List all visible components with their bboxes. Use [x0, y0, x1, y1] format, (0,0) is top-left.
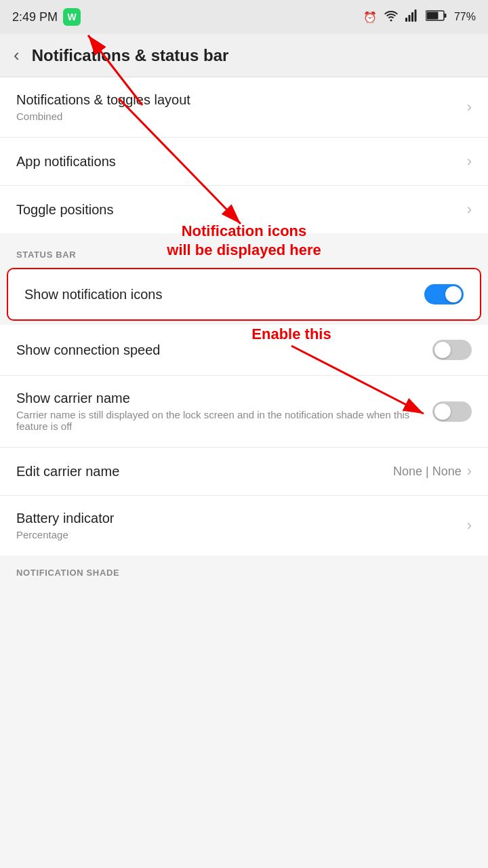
list-item-toggle-positions[interactable]: Toggle positions › — [0, 186, 488, 233]
chevron-icon: › — [467, 201, 472, 218]
list-item-content: Edit carrier name — [16, 464, 393, 479]
page-title: Notifications & status bar — [32, 46, 229, 65]
time-label: 2:49 PM — [12, 10, 58, 24]
svg-rect-0 — [405, 18, 407, 22]
show-connection-speed-title: Show connection speed — [16, 342, 432, 358]
chevron-icon: › — [467, 98, 472, 116]
signal-icon — [405, 9, 419, 24]
svg-rect-5 — [426, 12, 438, 20]
wifi-icon — [384, 9, 399, 24]
show-notification-icons-toggle[interactable] — [424, 284, 464, 304]
status-bar-right: ⏰ — [363, 9, 476, 24]
svg-rect-1 — [408, 15, 410, 22]
whatsapp-icon: W — [63, 8, 81, 26]
back-button[interactable]: ‹ — [14, 45, 20, 66]
list-item-content: Toggle positions — [16, 202, 467, 218]
toggle-knob — [445, 286, 462, 302]
list-item-notifications-toggles[interactable]: Notifications & toggles layout Combined … — [0, 77, 488, 138]
svg-rect-3 — [414, 9, 416, 22]
show-connection-speed-toggle[interactable] — [432, 340, 472, 360]
chevron-icon: › — [467, 153, 472, 170]
app-notifications-title: App notifications — [16, 154, 467, 170]
show-carrier-name-title: Show carrier name — [16, 391, 432, 406]
battery-indicator-subtitle: Percentage — [16, 529, 467, 540]
list-item-show-notification-icons[interactable]: Show notification icons — [8, 269, 480, 319]
list-item-content: Notifications & toggles layout Combined — [16, 92, 467, 122]
list-item-show-carrier-name[interactable]: Show carrier name Carrier name is still … — [0, 376, 488, 448]
battery-percent: 77% — [454, 11, 476, 23]
svg-rect-2 — [411, 12, 413, 22]
edit-carrier-name-value: None | None — [393, 465, 462, 479]
list-item-content: App notifications — [16, 154, 467, 170]
list-item-battery-indicator[interactable]: Battery indicator Percentage › — [0, 496, 488, 555]
status-bar-left: 2:49 PM W — [12, 8, 81, 26]
toggle-positions-title: Toggle positions — [16, 202, 467, 218]
toggle-knob — [434, 403, 451, 420]
list-item-show-connection-speed[interactable]: Show connection speed — [0, 325, 488, 376]
status-bar: 2:49 PM W ⏰ — [0, 0, 488, 34]
battery-indicator-title: Battery indicator — [16, 511, 467, 526]
list-item-app-notifications[interactable]: App notifications › — [0, 138, 488, 186]
edit-carrier-name-title: Edit carrier name — [16, 464, 393, 479]
list-item-content: Show carrier name Carrier name is still … — [16, 391, 432, 432]
show-carrier-name-toggle[interactable] — [432, 401, 472, 422]
show-carrier-name-subtitle: Carrier name is still displayed on the l… — [16, 409, 432, 432]
list-item-edit-carrier-name[interactable]: Edit carrier name None | None › — [0, 448, 488, 496]
top-bar: ‹ Notifications & status bar — [0, 34, 488, 77]
status-bar-items: Show connection speed Show carrier name … — [0, 325, 488, 555]
show-notification-icons-title: Show notification icons — [24, 287, 424, 302]
list-item-content: Show connection speed — [16, 342, 432, 358]
notifications-toggles-subtitle: Combined — [16, 111, 467, 122]
list-item-content: Show notification icons — [24, 287, 424, 302]
chevron-icon: › — [467, 517, 472, 534]
status-bar-section: STATUS BAR Show notification icons Show … — [0, 239, 488, 555]
toggle-knob — [434, 342, 451, 358]
notification-shade-header: NOTIFICATION SHADE — [0, 555, 488, 585]
status-bar-header: STATUS BAR — [0, 239, 488, 264]
main-section: Notifications & toggles layout Combined … — [0, 77, 488, 233]
svg-rect-6 — [444, 14, 446, 18]
alarm-icon: ⏰ — [363, 11, 377, 24]
battery-icon — [426, 9, 447, 24]
notifications-toggles-title: Notifications & toggles layout — [16, 92, 467, 108]
list-item-content: Battery indicator Percentage — [16, 511, 467, 540]
chevron-icon: › — [467, 462, 472, 480]
